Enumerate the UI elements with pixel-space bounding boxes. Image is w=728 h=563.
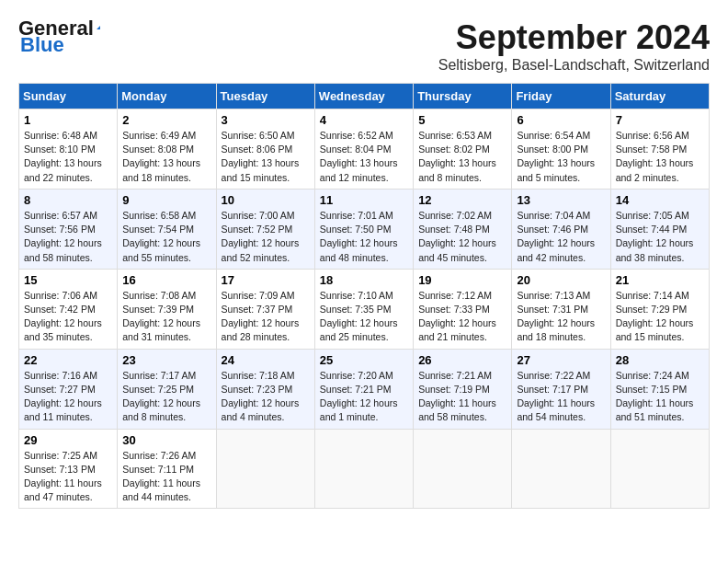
day-number: 8 <box>24 193 112 207</box>
day-number: 2 <box>122 113 210 127</box>
day-info: Sunrise: 6:49 AM Sunset: 8:08 PM Dayligh… <box>122 129 210 185</box>
calendar-cell: 20Sunrise: 7:13 AM Sunset: 7:31 PM Dayli… <box>512 269 610 349</box>
day-number: 7 <box>616 113 704 127</box>
weekday-header-tuesday: Tuesday <box>216 84 314 109</box>
day-info: Sunrise: 7:14 AM Sunset: 7:29 PM Dayligh… <box>616 289 704 345</box>
day-info: Sunrise: 7:10 AM Sunset: 7:35 PM Dayligh… <box>320 289 408 345</box>
day-number: 17 <box>222 273 310 287</box>
calendar-cell: 7Sunrise: 6:56 AM Sunset: 7:58 PM Daylig… <box>610 109 709 190</box>
day-info: Sunrise: 7:01 AM Sunset: 7:50 PM Dayligh… <box>320 209 408 265</box>
day-number: 10 <box>222 193 310 207</box>
logo: General Blue <box>18 18 101 57</box>
day-number: 29 <box>24 433 112 447</box>
weekday-header-thursday: Thursday <box>414 84 512 109</box>
calendar-cell: 24Sunrise: 7:18 AM Sunset: 7:23 PM Dayli… <box>216 349 314 429</box>
calendar-cell: 21Sunrise: 7:14 AM Sunset: 7:29 PM Dayli… <box>610 269 709 349</box>
calendar-week-row: 15Sunrise: 7:06 AM Sunset: 7:42 PM Dayli… <box>19 269 710 349</box>
calendar-cell: 22Sunrise: 7:16 AM Sunset: 7:27 PM Dayli… <box>19 349 118 429</box>
calendar-table: SundayMondayTuesdayWednesdayThursdayFrid… <box>18 83 710 509</box>
day-info: Sunrise: 7:08 AM Sunset: 7:39 PM Dayligh… <box>122 289 210 345</box>
calendar-cell: 11Sunrise: 7:01 AM Sunset: 7:50 PM Dayli… <box>314 189 413 269</box>
day-number: 6 <box>517 113 605 127</box>
calendar-cell: 17Sunrise: 7:09 AM Sunset: 7:37 PM Dayli… <box>216 269 314 349</box>
calendar-week-row: 1Sunrise: 6:48 AM Sunset: 8:10 PM Daylig… <box>19 109 710 190</box>
day-info: Sunrise: 7:21 AM Sunset: 7:19 PM Dayligh… <box>418 369 506 425</box>
month-title: September 2024 <box>438 18 710 57</box>
calendar-cell: 30Sunrise: 7:26 AM Sunset: 7:11 PM Dayli… <box>118 429 216 509</box>
day-info: Sunrise: 7:06 AM Sunset: 7:42 PM Dayligh… <box>24 289 112 345</box>
day-info: Sunrise: 7:05 AM Sunset: 7:44 PM Dayligh… <box>616 209 704 265</box>
calendar-cell: 27Sunrise: 7:22 AM Sunset: 7:17 PM Dayli… <box>512 349 610 429</box>
day-info: Sunrise: 7:04 AM Sunset: 7:46 PM Dayligh… <box>517 209 605 265</box>
calendar-cell: 29Sunrise: 7:25 AM Sunset: 7:13 PM Dayli… <box>19 429 118 509</box>
calendar-cell: 5Sunrise: 6:53 AM Sunset: 8:02 PM Daylig… <box>414 109 512 190</box>
day-info: Sunrise: 6:50 AM Sunset: 8:06 PM Dayligh… <box>222 129 310 185</box>
page-header: General Blue September 2024 Seltisberg, … <box>18 18 710 74</box>
day-info: Sunrise: 6:57 AM Sunset: 7:56 PM Dayligh… <box>24 209 112 265</box>
day-info: Sunrise: 7:17 AM Sunset: 7:25 PM Dayligh… <box>122 369 210 425</box>
day-number: 26 <box>418 353 506 367</box>
calendar-cell: 4Sunrise: 6:52 AM Sunset: 8:04 PM Daylig… <box>314 109 413 190</box>
day-info: Sunrise: 7:00 AM Sunset: 7:52 PM Dayligh… <box>222 209 310 265</box>
day-number: 22 <box>24 353 112 367</box>
day-info: Sunrise: 7:12 AM Sunset: 7:33 PM Dayligh… <box>418 289 506 345</box>
day-number: 16 <box>122 273 210 287</box>
calendar-cell <box>610 429 709 509</box>
day-number: 4 <box>320 113 408 127</box>
calendar-cell: 28Sunrise: 7:24 AM Sunset: 7:15 PM Dayli… <box>610 349 709 429</box>
day-number: 19 <box>418 273 506 287</box>
weekday-header-sunday: Sunday <box>19 84 118 109</box>
calendar-cell: 19Sunrise: 7:12 AM Sunset: 7:33 PM Dayli… <box>414 269 512 349</box>
day-info: Sunrise: 6:48 AM Sunset: 8:10 PM Dayligh… <box>24 129 112 185</box>
day-info: Sunrise: 7:02 AM Sunset: 7:48 PM Dayligh… <box>418 209 506 265</box>
calendar-cell: 15Sunrise: 7:06 AM Sunset: 7:42 PM Dayli… <box>19 269 118 349</box>
weekday-header-friday: Friday <box>512 84 610 109</box>
day-info: Sunrise: 7:26 AM Sunset: 7:11 PM Dayligh… <box>122 449 210 505</box>
location-subtitle: Seltisberg, Basel-Landschaft, Switzerlan… <box>438 57 710 74</box>
day-info: Sunrise: 6:53 AM Sunset: 8:02 PM Dayligh… <box>418 129 506 185</box>
day-number: 21 <box>616 273 704 287</box>
calendar-cell: 8Sunrise: 6:57 AM Sunset: 7:56 PM Daylig… <box>19 189 118 269</box>
calendar-cell: 18Sunrise: 7:10 AM Sunset: 7:35 PM Dayli… <box>314 269 413 349</box>
calendar-cell <box>314 429 413 509</box>
calendar-cell <box>216 429 314 509</box>
calendar-week-row: 29Sunrise: 7:25 AM Sunset: 7:13 PM Dayli… <box>19 429 710 509</box>
logo-icon <box>96 17 101 38</box>
day-number: 1 <box>24 113 112 127</box>
calendar-cell: 14Sunrise: 7:05 AM Sunset: 7:44 PM Dayli… <box>610 189 709 269</box>
calendar-cell: 1Sunrise: 6:48 AM Sunset: 8:10 PM Daylig… <box>19 109 118 190</box>
calendar-cell <box>512 429 610 509</box>
day-info: Sunrise: 6:58 AM Sunset: 7:54 PM Dayligh… <box>122 209 210 265</box>
calendar-cell <box>414 429 512 509</box>
day-info: Sunrise: 7:09 AM Sunset: 7:37 PM Dayligh… <box>222 289 310 345</box>
day-number: 23 <box>122 353 210 367</box>
title-block: September 2024 Seltisberg, Basel-Landsch… <box>438 18 710 74</box>
calendar-cell: 25Sunrise: 7:20 AM Sunset: 7:21 PM Dayli… <box>314 349 413 429</box>
day-number: 15 <box>24 273 112 287</box>
weekday-header-monday: Monday <box>118 84 216 109</box>
day-number: 5 <box>418 113 506 127</box>
day-number: 9 <box>122 193 210 207</box>
day-info: Sunrise: 7:18 AM Sunset: 7:23 PM Dayligh… <box>222 369 310 425</box>
calendar-header-row: SundayMondayTuesdayWednesdayThursdayFrid… <box>19 84 710 109</box>
calendar-cell: 9Sunrise: 6:58 AM Sunset: 7:54 PM Daylig… <box>118 189 216 269</box>
calendar-week-row: 8Sunrise: 6:57 AM Sunset: 7:56 PM Daylig… <box>19 189 710 269</box>
day-number: 3 <box>222 113 310 127</box>
calendar-cell: 10Sunrise: 7:00 AM Sunset: 7:52 PM Dayli… <box>216 189 314 269</box>
calendar-cell: 23Sunrise: 7:17 AM Sunset: 7:25 PM Dayli… <box>118 349 216 429</box>
day-number: 28 <box>616 353 704 367</box>
day-info: Sunrise: 6:52 AM Sunset: 8:04 PM Dayligh… <box>320 129 408 185</box>
calendar-cell: 26Sunrise: 7:21 AM Sunset: 7:19 PM Dayli… <box>414 349 512 429</box>
weekday-header-wednesday: Wednesday <box>314 84 413 109</box>
day-number: 24 <box>222 353 310 367</box>
calendar-cell: 6Sunrise: 6:54 AM Sunset: 8:00 PM Daylig… <box>512 109 610 190</box>
day-info: Sunrise: 7:20 AM Sunset: 7:21 PM Dayligh… <box>320 369 408 425</box>
day-number: 30 <box>122 433 210 447</box>
day-number: 18 <box>320 273 408 287</box>
day-info: Sunrise: 6:56 AM Sunset: 7:58 PM Dayligh… <box>616 129 704 185</box>
day-number: 13 <box>517 193 605 207</box>
day-number: 11 <box>320 193 408 207</box>
day-number: 12 <box>418 193 506 207</box>
day-info: Sunrise: 7:22 AM Sunset: 7:17 PM Dayligh… <box>517 369 605 425</box>
calendar-week-row: 22Sunrise: 7:16 AM Sunset: 7:27 PM Dayli… <box>19 349 710 429</box>
